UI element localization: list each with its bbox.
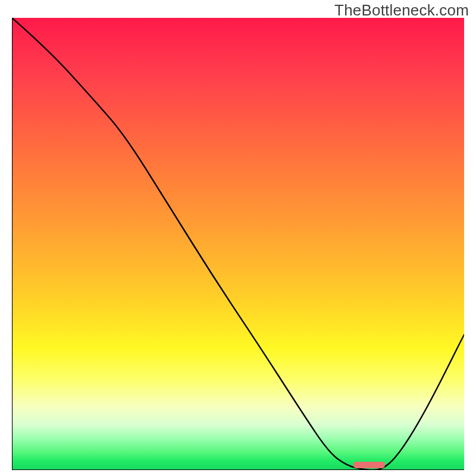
chart-container: TheBottleneck.com xyxy=(0,0,476,476)
plot-area xyxy=(12,18,464,470)
bottleneck-curve xyxy=(12,18,464,470)
watermark-text: TheBottleneck.com xyxy=(334,1,469,20)
chart-svg xyxy=(12,18,464,470)
optimum-marker xyxy=(353,462,385,468)
axes xyxy=(12,18,464,470)
